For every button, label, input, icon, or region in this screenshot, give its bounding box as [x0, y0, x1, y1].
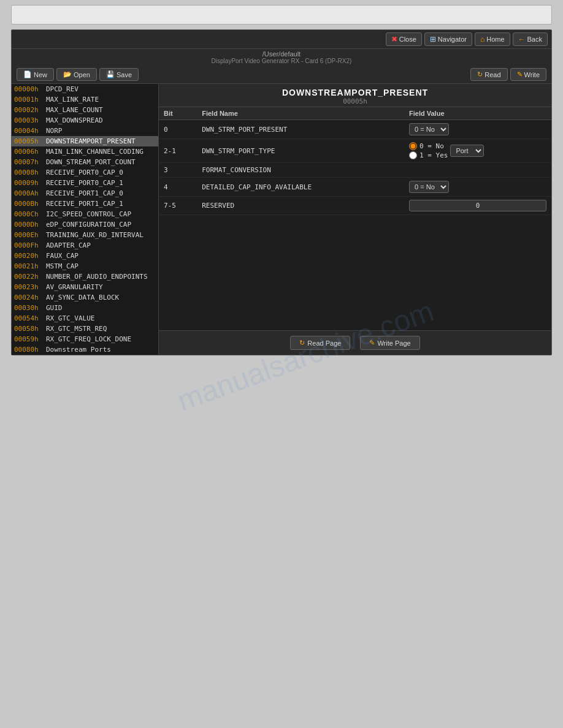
- read-button[interactable]: ↻ Read: [470, 68, 507, 81]
- list-item[interactable]: 00054hRX_GTC_VALUE: [12, 313, 158, 324]
- radio-item[interactable]: 1 = Yes: [409, 151, 448, 159]
- register-name: RX_GTC_FREQ_LOCK_DONE: [46, 335, 131, 343]
- table-row: 2-1DWN_STRM_PORT_TYPE0 = No1 = YesPort: [159, 139, 551, 163]
- field-value-cell: 0 = No: [404, 178, 551, 197]
- top-search-bar[interactable]: [11, 5, 552, 25]
- new-button[interactable]: 📄 New: [17, 68, 54, 81]
- register-name: NORP: [46, 127, 63, 135]
- list-item[interactable]: 0000FhADAPTER_CAP: [12, 240, 158, 251]
- radio-item[interactable]: 0 = No: [409, 142, 448, 150]
- register-address: 00024h: [14, 294, 46, 301]
- field-bit: 7-5: [159, 197, 197, 215]
- register-name: Downstream Ports: [46, 346, 111, 354]
- list-item[interactable]: 00058hRX_GTC_MSTR_REQ: [12, 324, 158, 334]
- home-button[interactable]: ⌂ Home: [475, 32, 510, 46]
- register-name: RECEIVE_PORT0_CAP_1: [46, 179, 123, 187]
- list-item[interactable]: 00001hMAX_LINK_RATE: [12, 94, 158, 105]
- list-item[interactable]: 0000DheDP_CONFIGURATION_CAP: [12, 219, 158, 230]
- register-name: RX_GTC_VALUE: [46, 314, 94, 322]
- register-address: 0000Fh: [14, 241, 46, 249]
- save-icon: 💾: [106, 70, 115, 78]
- register-name: MAX_LANE_COUNT: [46, 106, 103, 114]
- home-label: Home: [486, 36, 504, 43]
- new-label: New: [34, 71, 47, 78]
- list-item[interactable]: 00021hMSTM_CAP: [12, 261, 158, 271]
- write-icon: ✎: [517, 70, 523, 78]
- list-item[interactable]: 00080hDownstream Ports: [12, 344, 158, 355]
- field-value-cell: [404, 163, 551, 178]
- fields-table: Bit Field Name Field Value 0DWN_STRM_POR…: [159, 107, 551, 215]
- list-item[interactable]: 00005hDOWNSTREAMPORT_PRESENT: [12, 136, 158, 146]
- list-item[interactable]: 00009hRECEIVE_PORT0_CAP_1: [12, 178, 158, 188]
- write-label: Write: [524, 71, 540, 78]
- register-list: 00000hDPCD_REV00001hMAX_LINK_RATE00002hM…: [12, 84, 159, 355]
- content-area: 00000hDPCD_REV00001hMAX_LINK_RATE00002hM…: [12, 84, 551, 355]
- field-dropdown[interactable]: 0 = No: [409, 181, 449, 193]
- device-info: DisplayPort Video Generator RX - Card 6 …: [12, 58, 551, 64]
- back-icon: ←: [518, 35, 526, 44]
- list-item[interactable]: 00030hGUID: [12, 303, 158, 313]
- navigator-label: Navigator: [438, 36, 467, 43]
- list-item[interactable]: 00022hNUMBER_OF_AUDIO_ENDPOINTS: [12, 271, 158, 282]
- register-name: I2C_SPEED_CONTROL_CAP: [46, 210, 131, 218]
- register-address: 00008h: [14, 169, 46, 176]
- radio-group: 0 = No1 = Yes: [409, 142, 448, 159]
- close-button[interactable]: ✖ Close: [386, 32, 422, 46]
- register-address: 0000Dh: [14, 221, 46, 229]
- list-item[interactable]: 00000hDPCD_REV: [12, 84, 158, 94]
- read-label: Read: [484, 71, 500, 78]
- list-item[interactable]: 00008hRECEIVE_PORT0_CAP_0: [12, 167, 158, 178]
- list-item[interactable]: 00020hFAUX_CAP: [12, 251, 158, 261]
- open-button[interactable]: 📂 Open: [56, 68, 97, 81]
- field-name: RESERVED: [197, 197, 404, 215]
- register-address: 00004h: [14, 127, 46, 135]
- table-row: 0DWN_STRM_PORT_PRESENT0 = No: [159, 120, 551, 139]
- main-window: ✖ Close ⊞ Navigator ⌂ Home ← Back /User/…: [11, 29, 552, 355]
- field-dropdown[interactable]: 0 = No: [409, 123, 449, 135]
- read-write-group: ↻ Read ✎ Write: [470, 68, 546, 81]
- register-name: DOWN_STREAM_PORT_COUNT: [46, 158, 136, 166]
- register-name: MAX_LINK_RATE: [46, 96, 99, 104]
- list-item[interactable]: 00059hRX_GTC_FREQ_LOCK_DONE: [12, 334, 158, 344]
- field-value-cell: 0: [404, 197, 551, 215]
- list-item[interactable]: 00006hMAIN_LINK_CHANNEL_CODING: [12, 146, 158, 157]
- register-address: 0000Ch: [14, 210, 46, 218]
- open-icon: 📂: [63, 70, 72, 78]
- register-name: AV_SYNC_DATA_BLOCK: [46, 294, 119, 301]
- register-address: 00080h: [14, 346, 46, 354]
- list-item[interactable]: 0000EhTRAINING_AUX_RD_INTERVAL: [12, 230, 158, 240]
- back-button[interactable]: ← Back: [513, 32, 548, 46]
- list-item[interactable]: 00003hMAX_DOWNSPREAD: [12, 115, 158, 126]
- path-bar: /User/default DisplayPort Video Generato…: [12, 49, 551, 66]
- register-address: 00000h: [14, 85, 46, 93]
- read-page-button[interactable]: ↻ Read Page: [290, 336, 350, 350]
- write-page-button[interactable]: ✎ Write Page: [360, 336, 419, 350]
- register-name: MSTM_CAP: [46, 262, 79, 270]
- radio-input[interactable]: [409, 151, 417, 159]
- list-item[interactable]: 0000AhRECEIVE_PORT1_CAP_0: [12, 188, 158, 199]
- register-address: 00054h: [14, 314, 46, 322]
- list-item[interactable]: 0000BhRECEIVE_PORT1_CAP_1: [12, 199, 158, 209]
- navigator-button[interactable]: ⊞ Navigator: [424, 32, 472, 46]
- home-icon: ⌂: [480, 35, 484, 44]
- port-dropdown[interactable]: Port: [450, 145, 484, 157]
- list-item[interactable]: 00024hAV_SYNC_DATA_BLOCK: [12, 292, 158, 303]
- list-item[interactable]: 00002hMAX_LANE_COUNT: [12, 105, 158, 115]
- list-item[interactable]: 00007hDOWN_STREAM_PORT_COUNT: [12, 157, 158, 167]
- list-item[interactable]: 00004hNORP: [12, 126, 158, 136]
- register-address: 00030h: [14, 304, 46, 312]
- register-name: RX_GTC_MSTR_REQ: [46, 325, 107, 333]
- save-button[interactable]: 💾 Save: [99, 68, 139, 81]
- register-title-bar: DOWNSTREAMPORT_PRESENT 00005h: [159, 84, 551, 107]
- table-row: 4DETAILED_CAP_INFO_AVAILABLE0 = No: [159, 178, 551, 197]
- field-name: DWN_STRM_PORT_TYPE: [197, 139, 404, 163]
- register-name: NUMBER_OF_AUDIO_ENDPOINTS: [46, 273, 148, 281]
- list-item[interactable]: 00023hAV_GRANULARITY: [12, 282, 158, 292]
- radio-input[interactable]: [409, 142, 417, 150]
- register-address: 00022h: [14, 273, 46, 281]
- list-item[interactable]: 0000ChI2C_SPEED_CONTROL_CAP: [12, 209, 158, 219]
- radio-dropdown-group: 0 = No1 = YesPort: [409, 142, 546, 159]
- toolbar: ✖ Close ⊞ Navigator ⌂ Home ← Back: [12, 30, 551, 49]
- write-button[interactable]: ✎ Write: [510, 68, 546, 81]
- register-address: 00007h: [14, 158, 46, 166]
